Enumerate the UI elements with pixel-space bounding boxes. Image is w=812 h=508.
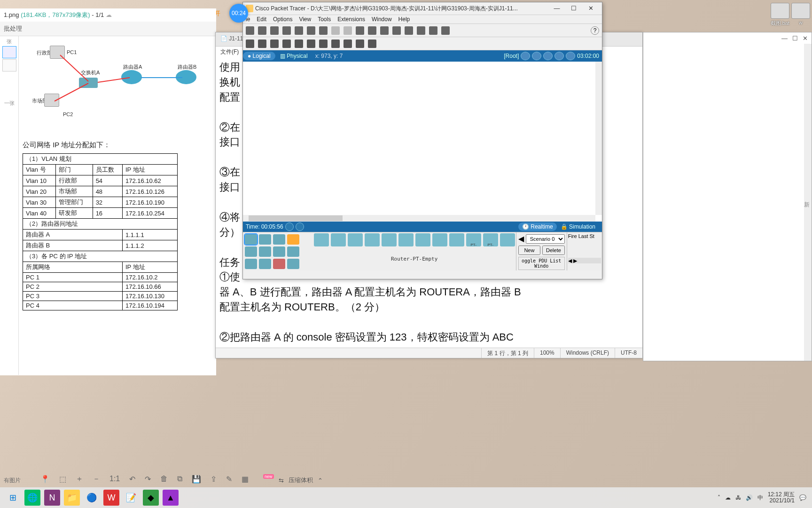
activity-icon[interactable] [295, 26, 303, 35]
device-2901[interactable]: 2901 [365, 233, 380, 246]
device-1240[interactable]: 1240 [449, 233, 464, 246]
maximize-button[interactable]: ☐ [565, 3, 582, 14]
redo-icon[interactable] [344, 26, 352, 35]
menu-options[interactable]: Options [273, 16, 292, 23]
menu-extensions[interactable]: Extensions [337, 16, 365, 23]
rotate-right-icon[interactable]: ↷ [145, 475, 151, 484]
chevron-icon[interactable]: ⌃ [318, 477, 323, 484]
background-icon[interactable] [554, 52, 564, 60]
rectangle-icon[interactable] [319, 40, 328, 48]
minimize-button[interactable]: — [781, 35, 788, 42]
resize-icon[interactable] [282, 40, 291, 48]
scrollbar[interactable] [804, 44, 812, 361]
image-viewer-toolbar[interactable]: 批处理 [0, 22, 216, 36]
desktop-icon-w[interactable]: w [791, 3, 810, 25]
taskbar-edge[interactable]: 🌐 [24, 490, 40, 506]
delete-scenario-button[interactable]: Delete [542, 246, 565, 255]
move-icon[interactable] [543, 52, 553, 60]
device-1941[interactable]: 1941 [348, 233, 363, 246]
cpt-titlebar[interactable]: Cisco Packet Tracer - D:\大三\网络-罗杰\计网G319… [243, 2, 602, 15]
zoom-reset-icon[interactable] [368, 26, 376, 35]
menu-tools[interactable]: Tools [318, 16, 331, 23]
save-icon[interactable] [270, 26, 279, 35]
start-button[interactable]: ⊞ [5, 490, 21, 506]
scenario-select[interactable]: Scenario 0 [526, 234, 565, 244]
close-button[interactable]: ✕ [582, 3, 599, 14]
open-icon[interactable] [258, 26, 266, 35]
delete-icon[interactable] [270, 40, 279, 48]
compress-icon[interactable]: ⇆ [279, 477, 284, 484]
device-819hgw[interactable]: 819HGW [415, 233, 430, 246]
zoom-out-icon[interactable] [380, 26, 389, 35]
device-4321[interactable]: 4321 [331, 233, 346, 246]
thumbnail-2[interactable] [2, 59, 16, 71]
device-4331[interactable]: 4331 [314, 233, 329, 246]
undo-icon[interactable] [331, 26, 340, 35]
trash-icon[interactable]: 🗑 [160, 475, 168, 483]
zoom-in-icon[interactable]: ＋ [76, 474, 83, 484]
nav-cluster-icon[interactable] [532, 52, 541, 60]
share-icon[interactable]: ⇪ [211, 475, 217, 484]
pdu-hscroll[interactable]: ◀ ▶ [568, 258, 601, 263]
print-icon[interactable] [282, 26, 291, 35]
logical-tab[interactable]: ● Logical [243, 52, 275, 60]
simulation-tab[interactable]: 🔒 Simulation [557, 222, 599, 231]
menu-window[interactable]: Window [372, 16, 392, 23]
taskbar-chrome[interactable]: 🔵 [84, 490, 100, 506]
image-icon[interactable] [441, 26, 450, 35]
device-ptempty[interactable]: PT-Empty [483, 233, 498, 246]
actual-size-icon[interactable]: 1:1 [109, 475, 120, 483]
taskbar-packet-tracer[interactable]: ◆ [143, 490, 159, 506]
power-cycle-icon[interactable] [285, 222, 294, 231]
minimize-button[interactable]: — [548, 3, 565, 14]
device-184[interactable]: 184 [500, 233, 515, 246]
cpt-workspace[interactable] [243, 62, 602, 222]
canvas-hscrollbar[interactable] [243, 215, 595, 222]
device-row[interactable]: 4331 4321 1941 2901 2911 819IOX 819HGW 8… [313, 232, 516, 247]
freeform-icon[interactable] [344, 40, 352, 48]
taskbar-explorer[interactable]: 📁 [64, 490, 80, 506]
cat-wireless[interactable] [287, 234, 299, 245]
cat-connections[interactable] [245, 246, 257, 257]
tray-chevron-icon[interactable]: ˄ [718, 494, 720, 501]
more-icon[interactable]: ▦ [242, 475, 249, 484]
zoom-in-icon[interactable] [356, 26, 364, 35]
notepad-menu-file[interactable]: 文件(F) [216, 47, 243, 57]
ellipse-icon[interactable] [331, 40, 340, 48]
tray-ime[interactable]: 中 [757, 494, 763, 502]
edit-icon[interactable]: ✎ [226, 475, 232, 484]
cat-hubs[interactable] [273, 234, 285, 245]
fit-icon[interactable]: ⬚ [59, 475, 66, 484]
grid-icon[interactable] [429, 26, 437, 35]
viewport-icon[interactable] [566, 52, 575, 60]
scenario-nav-icon[interactable]: ◀ [518, 234, 524, 244]
cat-components[interactable] [273, 259, 285, 269]
new-icon[interactable] [246, 26, 254, 35]
notes-icon[interactable] [417, 26, 425, 35]
simple-pdu-icon[interactable] [356, 40, 364, 48]
device-2911[interactable]: 2911 [382, 233, 397, 246]
device-ptrouter[interactable]: PT-Router [466, 233, 481, 246]
locate-icon[interactable]: 📍 [40, 475, 50, 484]
new-scenario-button[interactable]: New [518, 246, 541, 255]
taskbar-notepad[interactable]: 📝 [123, 490, 139, 506]
realtime-tab[interactable]: 🕐 Realtime [518, 222, 557, 231]
toggle-pdu-list[interactable]: oggle PDU List Windo [518, 257, 565, 270]
cloud-icon[interactable]: ☁ [106, 11, 112, 18]
tray-network-icon[interactable]: 🖧 [735, 494, 741, 501]
canvas-vscrollbar[interactable] [595, 62, 602, 215]
place-note-icon[interactable] [295, 40, 303, 48]
cat-end-devices[interactable] [259, 246, 271, 257]
menu-view[interactable]: View [299, 16, 311, 23]
tray-volume-icon[interactable]: 🔊 [746, 494, 753, 501]
physical-tab[interactable]: ▥ Physical [275, 52, 312, 60]
taskbar-wps[interactable]: W [103, 490, 119, 506]
taskbar-onenote[interactable]: N [44, 490, 60, 506]
device-829[interactable]: 829 [432, 233, 447, 246]
root-label[interactable]: [Root] [504, 53, 519, 59]
inspect-icon[interactable] [258, 40, 266, 48]
cat-wan[interactable] [287, 246, 299, 257]
complex-pdu-icon[interactable] [368, 40, 376, 48]
device-819iox[interactable]: 819IOX [398, 233, 414, 246]
taskbar-app[interactable]: ▲ [163, 490, 179, 506]
